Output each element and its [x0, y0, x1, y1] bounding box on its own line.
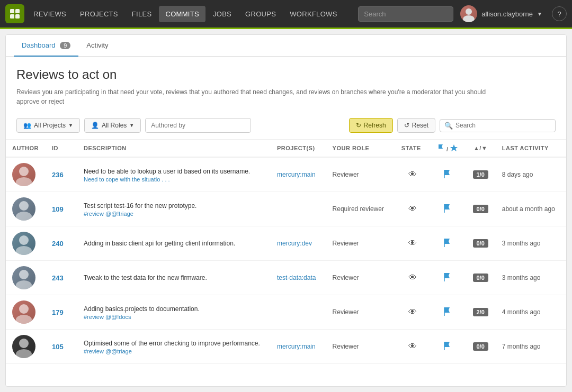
- svg-rect-1: [15, 9, 20, 13]
- state-cell: 👁: [395, 226, 430, 261]
- svg-point-19: [19, 304, 29, 314]
- desc-main: Test script test-16 for the new prototyp…: [84, 201, 264, 211]
- review-id-link[interactable]: 109: [52, 205, 64, 213]
- author-cell: [6, 330, 46, 364]
- roles-dropdown-icon: ▼: [129, 123, 134, 128]
- reviews-table: Author ID Description Project(s) Your ro…: [6, 140, 566, 364]
- svg-point-7: [19, 167, 29, 176]
- authored-by-input[interactable]: [145, 118, 251, 133]
- projects-dropdown-icon: ▼: [68, 123, 73, 128]
- table-row: 236 Need to be able to lookup a user id …: [6, 157, 566, 192]
- state-cell: 👁: [395, 261, 430, 295]
- nav-commits[interactable]: COMMITS: [159, 6, 205, 22]
- state-icon: 👁: [408, 307, 417, 316]
- vote-cell: 0/0: [466, 330, 496, 364]
- help-button[interactable]: ?: [552, 6, 567, 21]
- all-projects-button[interactable]: 👥 All Projects ▼: [16, 118, 80, 133]
- project-link[interactable]: mercury:main: [277, 343, 316, 350]
- top-navigation: REVIEWS PROJECTS FILES COMMITS JOBS GROU…: [0, 0, 572, 29]
- review-id-link[interactable]: 240: [52, 240, 64, 248]
- author-avatar: [12, 300, 35, 324]
- review-id-link[interactable]: 179: [52, 308, 64, 316]
- nav-reviews[interactable]: REVIEWS: [27, 6, 73, 22]
- username: allison.clayborne: [481, 10, 533, 18]
- svg-point-10: [19, 201, 29, 211]
- role-cell: Required reviewer: [326, 192, 395, 226]
- id-cell: 236: [46, 157, 77, 192]
- svg-marker-6: [450, 144, 458, 151]
- activity-cell: 3 months ago: [496, 261, 566, 295]
- nav-files[interactable]: FILES: [126, 6, 158, 22]
- all-roles-button[interactable]: 👤 All Roles ▼: [84, 118, 141, 133]
- col-projects[interactable]: Project(s): [271, 140, 326, 157]
- id-cell: 240: [46, 226, 77, 261]
- project-cell: mercury:dev: [271, 226, 326, 261]
- tab-activity[interactable]: Activity: [78, 35, 116, 57]
- col-flag[interactable]: /: [430, 140, 465, 157]
- project-link[interactable]: mercury:main: [277, 171, 316, 178]
- svg-point-23: [16, 349, 32, 358]
- all-roles-label: All Roles: [102, 122, 127, 129]
- tab-bar: Dashboard 9 Activity: [6, 35, 566, 57]
- vote-cell: 2/0: [466, 295, 496, 330]
- col-votes[interactable]: ▲/▼: [466, 140, 496, 157]
- review-id-link[interactable]: 236: [52, 171, 64, 179]
- author-cell: [6, 226, 46, 261]
- author-cell: [6, 295, 46, 330]
- desc-cell: Test script test-16 for the new prototyp…: [77, 192, 271, 226]
- user-avatar: [460, 5, 477, 22]
- desc-main: Optimised some of the error checking to …: [84, 339, 264, 348]
- tab-dashboard[interactable]: Dashboard 9: [14, 35, 78, 57]
- project-cell: [271, 295, 326, 330]
- project-link[interactable]: test-data:data: [277, 274, 316, 281]
- desc-main: Need to be able to lookup a user id base…: [84, 167, 264, 176]
- review-id-link[interactable]: 243: [52, 274, 64, 282]
- author-avatar: [12, 266, 35, 289]
- vote-badge: 1/0: [473, 170, 488, 179]
- col-activity[interactable]: Last activity: [496, 140, 566, 157]
- col-role[interactable]: Your role: [326, 140, 395, 157]
- id-cell: 105: [46, 330, 77, 364]
- author-cell: [6, 157, 46, 192]
- svg-point-5: [463, 15, 475, 22]
- project-link[interactable]: mercury:dev: [277, 240, 312, 247]
- vote-cell: 0/0: [466, 192, 496, 226]
- nav-workflows[interactable]: WORKFLOWS: [283, 6, 343, 22]
- refresh-icon: ↻: [356, 122, 361, 129]
- svg-point-8: [16, 177, 32, 186]
- review-id-link[interactable]: 105: [52, 343, 64, 351]
- desc-main: Adding basics.projects to documentation.: [84, 304, 264, 314]
- vote-cell: 0/0: [466, 261, 496, 295]
- flag-cell: [430, 295, 465, 330]
- nav-jobs[interactable]: JOBS: [207, 6, 238, 22]
- global-search-input[interactable]: [358, 6, 453, 22]
- user-menu[interactable]: allison.clayborne ▼: [456, 3, 547, 24]
- svg-rect-2: [10, 14, 14, 19]
- reset-button[interactable]: ↺ Reset: [397, 118, 435, 133]
- reviews-table-wrap: Author ID Description Project(s) Your ro…: [6, 140, 566, 387]
- author-avatar: [12, 163, 35, 186]
- project-cell: mercury:main: [271, 157, 326, 192]
- search-input[interactable]: [455, 122, 551, 129]
- nav-groups[interactable]: GROUPS: [239, 6, 282, 22]
- refresh-button[interactable]: ↻ Refresh: [349, 118, 393, 133]
- desc-cell: Adding basics.projects to documentation.…: [77, 295, 271, 330]
- svg-point-14: [16, 246, 32, 255]
- col-state[interactable]: State: [395, 140, 430, 157]
- project-cell: [271, 192, 326, 226]
- col-description[interactable]: Description: [77, 140, 271, 157]
- activity-cell: 8 days ago: [496, 157, 566, 192]
- activity-cell: about a month ago: [496, 192, 566, 226]
- author-avatar: [12, 197, 35, 221]
- table-row: 109 Test script test-16 for the new prot…: [6, 192, 566, 226]
- page-description: Reviews you are participating in that ne…: [16, 87, 493, 106]
- app-logo[interactable]: [5, 4, 24, 23]
- role-cell: Reviewer: [326, 157, 395, 192]
- author-avatar: [12, 335, 35, 358]
- reset-label: Reset: [412, 122, 428, 129]
- state-icon: 👁: [408, 204, 417, 213]
- col-author[interactable]: Author: [6, 140, 46, 157]
- vote-cell: 0/0: [466, 226, 496, 261]
- col-id[interactable]: ID: [46, 140, 77, 157]
- nav-projects[interactable]: PROJECTS: [74, 6, 124, 22]
